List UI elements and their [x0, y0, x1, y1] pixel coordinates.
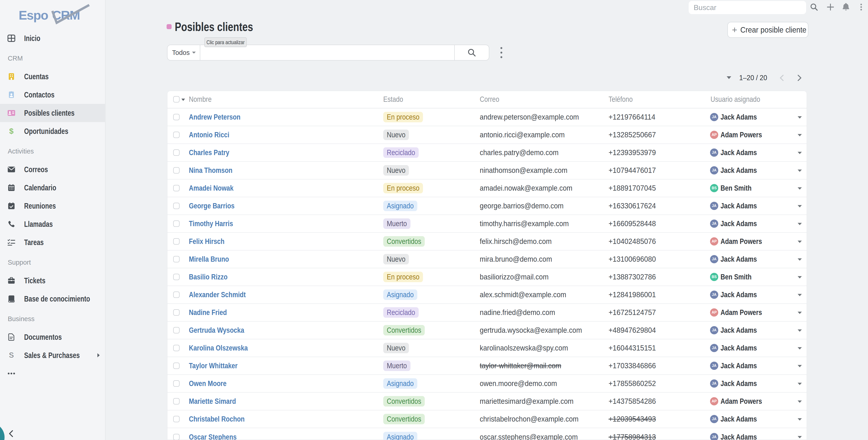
svg-text:S: S [9, 351, 14, 359]
svg-text:$: $ [9, 127, 14, 135]
